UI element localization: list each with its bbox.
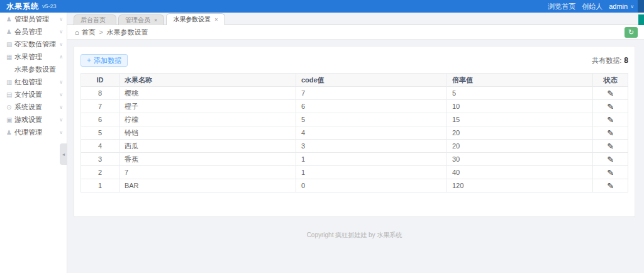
- table-row: 7 橙子 6 10 ✎: [81, 100, 628, 113]
- person-icon: ♟: [6, 16, 14, 23]
- chevron-left-icon: ◂: [62, 152, 65, 157]
- chevron-up-icon: ∧: [59, 54, 63, 60]
- sidebar-item-admin-management[interactable]: ♟ 管理员管理 ∨: [0, 13, 67, 25]
- edit-icon[interactable]: ✎: [607, 89, 614, 98]
- refresh-button[interactable]: ↻: [625, 27, 638, 38]
- app-title: 水果系统: [6, 1, 39, 12]
- header-rate-value: 倍率值: [447, 74, 593, 87]
- edit-icon[interactable]: ✎: [607, 155, 614, 164]
- chevron-down-icon: ∨: [59, 117, 63, 123]
- edit-icon[interactable]: ✎: [607, 181, 614, 191]
- sidebar-item-treasure-value-management[interactable]: ▤ 夺宝数值管理 ∨: [0, 38, 67, 50]
- table-row: 1 BAR 0 120 ✎: [81, 179, 628, 192]
- topbar: 水果系统 v5-23 浏览首页 创始人 admin ∨: [0, 0, 644, 13]
- gamepad-icon: ▣: [6, 116, 14, 123]
- sidebar-item-member-management[interactable]: ♟ 会员管理 ∨: [0, 25, 67, 38]
- header-status: 状态: [593, 74, 628, 87]
- home-icon: ⌂: [75, 28, 79, 36]
- sidebar-item-game-settings[interactable]: ▣ 游戏设置 ∨: [0, 113, 67, 126]
- edit-icon[interactable]: ✎: [607, 142, 614, 151]
- sidebar-item-fruit-parameter-settings[interactable]: 水果参数设置: [0, 63, 67, 75]
- edit-icon[interactable]: ✎: [607, 128, 614, 138]
- table-row: 4 西瓜 3 20 ✎: [81, 140, 628, 153]
- chevron-down-icon: ∨: [59, 29, 63, 35]
- sidebar-item-fruit-management[interactable]: ▦ 水果管理 ∧: [0, 50, 67, 63]
- topbar-link-browse-home[interactable]: 浏览首页: [548, 2, 575, 11]
- footer-copyright: Copyright 疯狂抓娃娃 by 水果系统: [74, 231, 635, 240]
- table-row: 3 香蕉 1 30 ✎: [81, 153, 628, 166]
- sidebar-item-agent-management[interactable]: ♟ 代理管理 ∨: [0, 126, 67, 138]
- refresh-icon: ↻: [628, 28, 634, 36]
- header-fruit-name: 水果名称: [119, 74, 296, 87]
- table-row: 8 樱桃 7 5 ✎: [81, 87, 628, 100]
- chevron-down-icon[interactable]: ∨: [630, 4, 634, 9]
- header-id: ID: [81, 74, 119, 87]
- tab-fruit-parameter-settings[interactable]: 水果参数设置 ×: [166, 13, 225, 25]
- toolbar: + 添加数据 共有数据: 8: [80, 54, 628, 67]
- edit-icon[interactable]: ✎: [607, 102, 614, 111]
- sidebar-item-red-packet-management[interactable]: ▥ 红包管理 ∨: [0, 75, 67, 88]
- app-version: v5-23: [42, 3, 57, 9]
- grid-icon: ▦: [6, 53, 14, 60]
- table-row: 2 7 1 40 ✎: [81, 166, 628, 179]
- sidebar-item-system-settings[interactable]: ⊙ 系统设置 ∨: [0, 101, 67, 113]
- close-icon[interactable]: ×: [154, 17, 157, 23]
- sidebar-collapse-handle[interactable]: ◂: [60, 143, 67, 165]
- header-code-value: code值: [296, 74, 447, 87]
- close-icon[interactable]: ×: [214, 16, 218, 23]
- chevron-down-icon: ∨: [59, 104, 63, 110]
- person-icon: ♟: [6, 28, 14, 35]
- person-icon: ♟: [6, 129, 14, 136]
- chevron-down-icon: ∨: [59, 16, 63, 22]
- user-menu[interactable]: admin: [609, 3, 628, 10]
- chevron-down-icon: ∨: [59, 79, 63, 85]
- sidebar: ♟ 管理员管理 ∨ ♟ 会员管理 ∨ ▤ 夺宝数值管理 ∨ ▦ 水果管理 ∧ 水…: [0, 13, 67, 273]
- tab-manage-members[interactable]: 管理会员 ×: [118, 14, 164, 25]
- breadcrumb: ⌂ 首页 > 水果参数设置 ↻: [67, 25, 644, 40]
- envelope-icon: ▥: [6, 79, 14, 86]
- total-count-value: 8: [624, 56, 628, 65]
- sidebar-item-payment-settings[interactable]: ▤ 支付设置 ∨: [0, 88, 67, 101]
- topbar-link-founder[interactable]: 创始人: [582, 2, 602, 11]
- edit-icon[interactable]: ✎: [607, 168, 614, 177]
- plus-icon: +: [87, 56, 91, 65]
- content-card: + 添加数据 共有数据: 8 ID 水果名称 code值 倍率值 状态: [74, 46, 635, 217]
- tab-backend-home[interactable]: 后台首页: [74, 14, 116, 25]
- main-area: 后台首页 管理会员 × 水果参数设置 × ⌂ 首页 > 水果参数设置 ↻ + 添: [67, 13, 644, 273]
- fruit-table: ID 水果名称 code值 倍率值 状态 8 樱桃 7 5 ✎: [80, 73, 628, 192]
- table-row: 5 铃铛 4 20 ✎: [81, 126, 628, 140]
- tab-strip: 后台首页 管理会员 × 水果参数设置 ×: [67, 13, 644, 25]
- table-header-row: ID 水果名称 code值 倍率值 状态: [81, 74, 628, 87]
- table-row: 6 柠檬 5 15 ✎: [81, 113, 628, 126]
- grid-icon: ▤: [6, 41, 14, 48]
- chevron-down-icon: ∨: [59, 42, 63, 47]
- breadcrumb-separator: >: [99, 29, 103, 36]
- edit-icon[interactable]: ✎: [607, 115, 614, 125]
- breadcrumb-home[interactable]: 首页: [82, 28, 96, 37]
- breadcrumb-current: 水果参数设置: [107, 28, 148, 37]
- gear-icon: ⊙: [6, 104, 14, 111]
- chevron-down-icon: ∨: [59, 92, 63, 98]
- content-area: + 添加数据 共有数据: 8 ID 水果名称 code值 倍率值 状态: [67, 40, 644, 240]
- chevron-down-icon: ∨: [59, 130, 63, 135]
- topbar-corner-button[interactable]: [638, 0, 644, 13]
- tab-actions-button[interactable]: [638, 14, 644, 25]
- card-icon: ▤: [6, 91, 14, 98]
- add-data-button[interactable]: + 添加数据: [80, 54, 128, 67]
- total-count-label: 共有数据:: [592, 56, 621, 65]
